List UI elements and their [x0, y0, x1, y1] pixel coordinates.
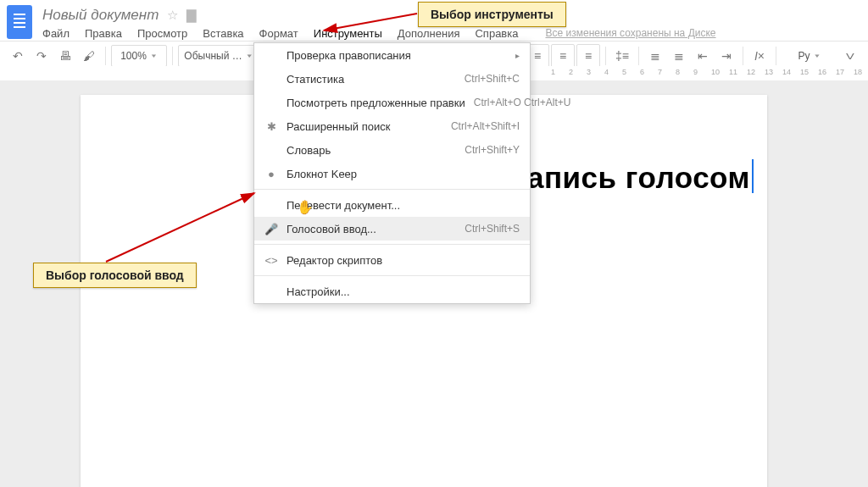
menu-item-label: Редактор скриптов — [287, 254, 382, 267]
dropdown-item-4[interactable]: СловарьCtrl+Shift+Y — [254, 138, 530, 162]
ruler-tick: 10 — [711, 68, 720, 76]
ruler-tick: 7 — [658, 68, 662, 76]
numbered-list-button[interactable]: ≣ — [644, 45, 666, 67]
typed-text: апись голосом — [527, 161, 750, 194]
bulleted-list-button[interactable]: ≣ — [668, 45, 690, 67]
line-spacing-button[interactable]: ‡≡ — [611, 45, 633, 67]
indent-decrease-button[interactable]: ⇤ — [692, 45, 714, 67]
tools-dropdown: Проверка правописания▸СтатистикаCtrl+Shi… — [253, 42, 531, 304]
dropdown-separator — [254, 189, 530, 190]
dropdown-separator — [254, 244, 530, 245]
menu-item-label: Голосовой ввод... — [287, 223, 376, 235]
submenu-arrow-icon: ▸ — [515, 51, 520, 60]
menu-item-label: Блокнот Keep — [287, 168, 357, 180]
mouse-cursor-icon: ✋ — [297, 199, 314, 215]
undo-button[interactable]: ↶ — [7, 45, 29, 67]
ruler-tick: 6 — [640, 68, 644, 76]
separator — [638, 47, 639, 65]
menu-edit[interactable]: Правка — [85, 27, 122, 40]
menu-item-shortcut: Ctrl+Alt+Shift+I — [451, 120, 520, 132]
dropdown-item-10[interactable]: <>Редактор скриптов — [254, 248, 530, 272]
menubar: Файл Правка Просмотр Вставка Формат Инст… — [42, 27, 861, 40]
separator — [776, 47, 776, 65]
menu-item-shortcut: Ctrl+Shift+S — [465, 223, 520, 235]
menu-item-label: Настройки... — [287, 285, 350, 298]
docs-logo-icon[interactable] — [7, 5, 32, 39]
menu-help[interactable]: Справка — [475, 27, 518, 40]
dropdown-item-7[interactable]: Перевести документ... — [254, 193, 530, 217]
folder-icon[interactable]: ▇ — [186, 8, 197, 23]
menu-item-label: Статистика — [287, 73, 344, 86]
document-title[interactable]: Новый документ — [42, 7, 159, 24]
dropdown-separator — [254, 275, 530, 276]
toolbar-overflow-button[interactable]: ᐯ — [839, 45, 861, 67]
ruler-tick: 15 — [800, 68, 809, 76]
ruler-tick: 16 — [818, 68, 826, 76]
menu-item-icon: ✱ — [264, 120, 278, 133]
ruler-tick: 2 — [569, 68, 573, 76]
menu-file[interactable]: Файл — [42, 27, 70, 40]
print-button[interactable]: 🖶 — [54, 45, 76, 67]
menu-addons[interactable]: Дополнения — [398, 27, 460, 40]
ruler-tick: 18 — [854, 68, 862, 76]
dropdown-item-8[interactable]: 🎤Голосовой ввод...Ctrl+Shift+S — [254, 217, 530, 241]
input-tools-button[interactable]: Ру ▼ — [782, 45, 837, 67]
align-justify-button[interactable]: ≡ — [576, 44, 600, 68]
style-value: Обычный … — [184, 50, 242, 62]
menu-item-icon: ● — [264, 168, 278, 180]
ruler-tick: 3 — [587, 68, 591, 76]
menu-item-label: Проверка правописания — [287, 49, 411, 62]
ruler-tick: 11 — [729, 68, 737, 76]
menu-item-shortcut: Ctrl+Shift+Y — [465, 144, 520, 156]
ruler-tick: 9 — [693, 68, 698, 76]
ruler-tick: 14 — [782, 68, 791, 76]
zoom-select[interactable]: 100%▼ — [111, 45, 167, 67]
ruler-tick: 8 — [676, 68, 680, 76]
separator — [605, 47, 606, 65]
save-status[interactable]: Все изменения сохранены на Диске — [545, 27, 715, 40]
callout-top: Выбор инструменты — [418, 2, 566, 27]
dropdown-item-1[interactable]: СтатистикаCtrl+Shift+C — [254, 67, 530, 91]
ruler-tick: 4 — [604, 68, 609, 76]
redo-button[interactable]: ↷ — [31, 45, 53, 67]
ruler-tick: 17 — [836, 68, 844, 76]
callout-left: Выбор голосовой ввод — [33, 263, 197, 288]
menu-item-icon: <> — [264, 254, 278, 267]
paint-format-button[interactable]: 🖌 — [78, 45, 100, 67]
dropdown-item-2[interactable]: Посмотреть предложенные правкиCtrl+Alt+O… — [254, 91, 530, 114]
menu-tools[interactable]: Инструменты — [314, 27, 382, 40]
ruler-tick: 12 — [747, 68, 755, 76]
dropdown-item-12[interactable]: Настройки... — [254, 279, 530, 303]
menu-item-shortcut: Ctrl+Shift+C — [465, 73, 520, 85]
menu-item-shortcut: Ctrl+Alt+O Ctrl+Alt+U — [474, 97, 571, 108]
align-right-button[interactable]: ≡ — [551, 44, 575, 68]
dropdown-item-5[interactable]: ●Блокнот Keep — [254, 162, 530, 185]
clear-format-button[interactable]: I× — [748, 45, 771, 67]
menu-format[interactable]: Формат — [259, 27, 298, 40]
separator — [743, 47, 743, 65]
ruler-tick: 1 — [551, 68, 555, 76]
ruler-tick: 13 — [765, 68, 773, 76]
zoom-value: 100% — [120, 50, 147, 62]
menu-item-label: Расширенный поиск — [287, 120, 390, 133]
menu-insert[interactable]: Вставка — [203, 27, 243, 40]
menu-item-label: Словарь — [287, 144, 331, 157]
separator — [172, 47, 173, 65]
style-select[interactable]: Обычный …▼ — [178, 45, 259, 67]
indent-increase-button[interactable]: ⇥ — [715, 45, 737, 67]
separator — [105, 47, 106, 65]
dropdown-item-3[interactable]: ✱Расширенный поискCtrl+Alt+Shift+I — [254, 114, 530, 138]
menu-view[interactable]: Просмотр — [137, 27, 187, 40]
text-caret — [752, 159, 754, 193]
dropdown-item-0[interactable]: Проверка правописания▸ — [254, 43, 530, 67]
document-body-text[interactable]: апись голосом — [527, 159, 754, 195]
menu-item-label: Посмотреть предложенные правки — [287, 97, 465, 109]
ruler-tick: 5 — [622, 68, 626, 76]
star-icon[interactable]: ☆ — [167, 8, 178, 23]
menu-item-icon: 🎤 — [264, 223, 278, 235]
